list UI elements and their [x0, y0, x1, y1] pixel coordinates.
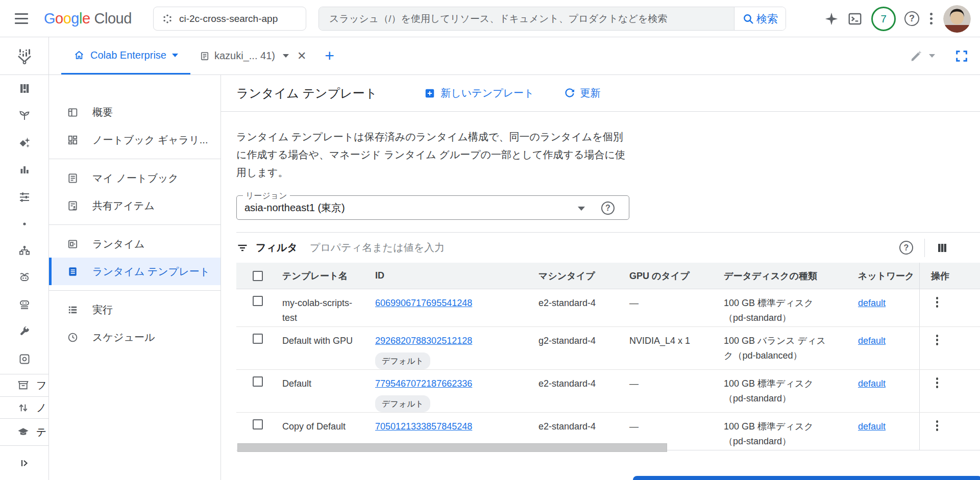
top-bar-actions: 7 ? — [824, 0, 975, 37]
avatar[interactable] — [943, 5, 971, 33]
home-icon — [74, 49, 85, 61]
table-row: Default with GPU 2926820788302512128 デフォ… — [236, 327, 980, 370]
clock-icon — [67, 332, 79, 343]
magic-edit-icon[interactable] — [909, 48, 924, 64]
shared-document-icon — [67, 200, 79, 212]
list-icon — [67, 304, 79, 316]
rail-dot-icon[interactable] — [0, 210, 48, 237]
row-actions-icon[interactable] — [932, 377, 942, 388]
data-disk: 100 GB バランス ディスク（pd-balanced） — [724, 327, 858, 369]
template-id-link[interactable]: 6069906717695541248 — [375, 298, 472, 308]
select-all-checkbox[interactable] — [253, 271, 263, 281]
gemini-sparkle-icon[interactable] — [824, 12, 839, 26]
rail-tuning-icon[interactable] — [0, 183, 48, 210]
nav-executions[interactable]: 実行 — [49, 296, 220, 323]
col-header-id: ID — [375, 270, 538, 281]
rail-genai-studio-icon[interactable] — [0, 129, 48, 156]
filter-input[interactable] — [310, 242, 899, 254]
filter-label[interactable]: フィルタ — [256, 241, 298, 255]
table-row: Default 7795467072187662336 デフォルト e2-sta… — [236, 370, 980, 413]
table-row: my-colab-scripts-test 606990671769554124… — [236, 289, 980, 327]
region-help-icon[interactable]: ? — [601, 201, 615, 215]
machine-type: e2-standard-4 — [538, 289, 629, 326]
network-link[interactable]: default — [858, 378, 886, 389]
nav-runtimes[interactable]: ランタイム — [49, 230, 220, 258]
search-input[interactable] — [319, 7, 734, 30]
template-name: Default — [282, 370, 375, 412]
refresh-button[interactable]: 更新 — [564, 86, 601, 100]
template-id-link[interactable]: 2926820788302512128 — [375, 336, 472, 346]
help-icon[interactable]: ? — [904, 11, 919, 26]
cloud-shell-icon[interactable] — [847, 11, 863, 27]
gpu-type: — — [629, 370, 724, 412]
search-button[interactable]: 検索 — [734, 7, 786, 30]
col-header-machine: マシンタイプ — [538, 270, 629, 282]
nav-my-notebooks[interactable]: マイ ノートブック — [49, 164, 220, 192]
fullscreen-icon[interactable] — [954, 49, 969, 63]
network-link[interactable]: default — [858, 298, 886, 308]
overflow-menu-icon[interactable] — [928, 11, 935, 27]
page-header: ランタイム テンプレート 新しいテンプレー — [236, 75, 970, 111]
vertex-ai-logo[interactable] — [0, 37, 48, 75]
rail-metrics-icon[interactable] — [0, 156, 48, 183]
gcp-console: Google Cloud ci-2c-cross-search-app 検索 — [0, 0, 980, 480]
column-display-icon[interactable] — [936, 242, 948, 254]
main-menu-icon[interactable] — [9, 6, 34, 31]
tab-bar: Colab Enterprise kazuki_... 41) ✕ + — [49, 37, 980, 75]
network-link[interactable]: default — [858, 336, 886, 346]
close-tab-icon[interactable]: ✕ — [292, 37, 311, 74]
rail-pipelines-icon[interactable] — [0, 237, 48, 264]
row-checkbox[interactable] — [253, 376, 263, 387]
bottom-blue-bar — [633, 476, 980, 480]
rail-disk-icon[interactable] — [0, 345, 48, 372]
swap-arrows-icon — [17, 401, 30, 414]
default-chip: デフォルト — [375, 352, 430, 369]
search-icon — [742, 13, 754, 25]
collapse-panel-icon[interactable] — [0, 445, 49, 480]
rail-model-garden-icon[interactable] — [0, 102, 48, 129]
overview-icon — [67, 107, 79, 118]
template-id-link[interactable]: 7050121333857845248 — [375, 421, 472, 432]
graduation-cap-icon — [17, 426, 30, 439]
notebook-doc-icon — [200, 51, 210, 61]
rail-bottom-group: フ ノ — [0, 374, 49, 480]
rail-notebooks-icon[interactable] — [0, 291, 48, 318]
tab-notebook[interactable]: kazuki_... 41) — [190, 37, 292, 74]
nav-runtime-templates[interactable]: ランタイム テンプレート — [49, 258, 220, 285]
colab-nav: 概要 ノートブック ギャラリ... — [49, 75, 221, 480]
rail-training-item[interactable]: テ — [0, 418, 49, 445]
gpu-type: NVIDIA_L4 x 1 — [629, 327, 724, 369]
row-checkbox[interactable] — [253, 334, 263, 344]
row-checkbox[interactable] — [253, 419, 263, 430]
data-disk: 100 GB 標準ディスク（pd-standard） — [724, 413, 858, 450]
network-link[interactable]: default — [858, 421, 886, 432]
rail-swap-item[interactable]: ノ — [0, 396, 49, 418]
region-select[interactable]: リージョン asia-northeast1 (東京) ? — [236, 195, 629, 220]
chevron-down-icon[interactable] — [929, 54, 935, 58]
new-tab-icon[interactable]: + — [311, 37, 348, 74]
row-actions-icon[interactable] — [932, 297, 942, 308]
row-checkbox[interactable] — [253, 296, 263, 306]
nav-overview[interactable]: 概要 — [49, 98, 220, 126]
new-template-button[interactable]: 新しいテンプレート — [424, 86, 534, 100]
project-picker[interactable]: ci-2c-cross-search-app — [153, 7, 306, 31]
template-id-link[interactable]: 7795467072187662336 — [375, 378, 472, 389]
rail-agents-icon[interactable] — [0, 264, 48, 291]
tab-colab-enterprise[interactable]: Colab Enterprise — [61, 37, 190, 74]
horizontal-scrollbar[interactable] — [237, 443, 667, 452]
notifications-badge[interactable]: 7 — [871, 7, 896, 31]
nav-shared-items[interactable]: 共有アイテム — [49, 192, 220, 219]
main-content: ランタイム テンプレート 新しいテンプレー — [221, 75, 980, 480]
rail-wrench-icon[interactable] — [0, 318, 48, 345]
nav-divider — [49, 290, 220, 291]
rail-dashboard-icon[interactable] — [0, 75, 48, 102]
google-cloud-logo[interactable]: Google Cloud — [44, 10, 132, 27]
row-actions-icon[interactable] — [932, 335, 942, 345]
page-title: ランタイム テンプレート — [236, 85, 377, 102]
row-actions-icon[interactable] — [932, 420, 942, 431]
region-label: リージョン — [243, 191, 290, 201]
nav-notebook-gallery[interactable]: ノートブック ギャラリ... — [49, 126, 220, 154]
rail-marketplace-item[interactable]: フ — [0, 374, 49, 396]
filter-help-icon[interactable]: ? — [899, 241, 913, 255]
nav-schedules[interactable]: スケジュール — [49, 323, 220, 351]
